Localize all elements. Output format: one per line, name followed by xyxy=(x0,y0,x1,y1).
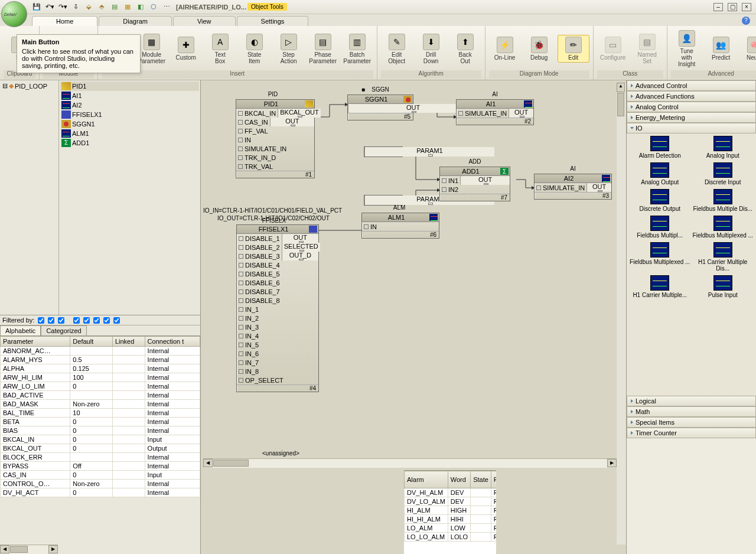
alarm-col[interactable]: Parameter xyxy=(491,471,496,488)
configure-button[interactable]: ▭Configure xyxy=(597,35,629,62)
palette-item[interactable]: H1 Carrier Multiple Dis... xyxy=(692,242,754,272)
tab-home[interactable]: Home xyxy=(32,16,97,26)
save-icon[interactable]: 💾 xyxy=(32,2,41,12)
param-col[interactable]: Linked xyxy=(112,337,145,347)
state-item-button[interactable]: ◐StateItem xyxy=(239,32,271,66)
param-row[interactable]: BETA0Internal xyxy=(1,418,200,426)
alarm-row[interactable]: LO_LO_ALMLOLOPID1/LO_LO_ACT0FalseFalseCR… xyxy=(405,533,497,542)
param-row[interactable]: BIAS0Internal xyxy=(1,426,200,435)
param-row[interactable]: BAL_TIME10Internal xyxy=(1,409,200,418)
palette-category-timer-counter[interactable]: Timer Counter xyxy=(627,428,756,438)
param-col[interactable]: Parameter xyxy=(1,337,70,347)
palette-item[interactable]: Fieldbus Multipl... xyxy=(629,216,691,239)
alarm-row[interactable]: HI_ALMHIGHPID1/HI_ACT95FalseFalseWAR…PID… xyxy=(405,506,497,515)
text-box-button[interactable]: ATextBox xyxy=(204,32,236,66)
param-row[interactable]: BAD_MASKNon-zeroInternal xyxy=(1,400,200,409)
param-col[interactable]: Default xyxy=(70,337,113,347)
scroll-up[interactable]: ▲ xyxy=(617,83,625,92)
filter-check[interactable] xyxy=(103,317,110,324)
minimize-button[interactable]: – xyxy=(713,3,723,11)
param-col[interactable]: Connection t xyxy=(145,337,200,347)
alarm-row[interactable]: LO_ALMLOWPID1/LO_ACT5FalseFalseWAR…PID1/… xyxy=(405,524,497,533)
close-button[interactable]: × xyxy=(742,3,751,11)
palette-category-logical[interactable]: Logical xyxy=(627,396,756,406)
block-add1[interactable]: ADD1Σ IN1 OUT IN2 #7 xyxy=(439,167,510,201)
tree-item-ai1[interactable]: AI1 xyxy=(60,91,199,100)
scroll-left[interactable]: ◀ xyxy=(203,459,213,467)
qat-icon[interactable]: ⬘ xyxy=(97,2,106,12)
palette-category-math[interactable]: Math xyxy=(627,406,756,417)
tree-item-add1[interactable]: ΣADD1 xyxy=(60,138,199,148)
filter-check[interactable] xyxy=(73,317,80,324)
tab-view[interactable]: View xyxy=(173,16,236,26)
help-icon[interactable]: ? xyxy=(742,17,750,25)
named-set-button[interactable]: ▤NamedSet xyxy=(631,32,663,66)
phase-parameter-button[interactable]: ▤PhaseParameter xyxy=(307,32,339,66)
param-row[interactable]: BKCAL_IN0Input xyxy=(1,435,200,444)
block-ai1[interactable]: AI1 SIMULATE_IN OUT #2 xyxy=(456,99,534,125)
palette-item[interactable]: Fieldbus Multiple Dis... xyxy=(692,189,754,212)
param-row[interactable]: ALPHA0.125Internal xyxy=(1,364,200,373)
palette-item[interactable]: Discrete Input xyxy=(692,162,754,185)
qat-icon[interactable]: ⬙ xyxy=(84,2,93,12)
palette-item[interactable]: Fieldbus Multiplexed ... xyxy=(629,242,691,272)
alarm-col[interactable]: Alarm xyxy=(405,471,448,488)
param-row[interactable]: CAS_IN0Input xyxy=(1,471,200,480)
qat-icon[interactable]: ⇩ xyxy=(71,2,80,12)
tune-with-insight-button[interactable]: 👤Tunewith Insight xyxy=(671,29,703,69)
alarm-col[interactable]: Word xyxy=(448,471,470,488)
palette-item[interactable]: Analog Input xyxy=(692,136,754,159)
qat-icon[interactable]: ◧ xyxy=(136,2,145,12)
tab-diagram[interactable]: Diagram xyxy=(99,16,172,26)
tree-root[interactable]: ⊟◆PID_LOOP xyxy=(1,82,57,90)
block-ai2[interactable]: AI2 SIMULATE_IN OUT #3 xyxy=(534,174,612,200)
qat-dropdown[interactable]: ⋯ xyxy=(162,2,171,12)
maximize-button[interactable]: ▢ xyxy=(728,3,737,11)
qat-icon[interactable]: ⬡ xyxy=(149,2,158,12)
param-row[interactable]: BKCAL_OUT0Output xyxy=(1,444,200,453)
back-out-button[interactable]: ⬆BackOut xyxy=(449,32,481,66)
palette-category-energy-metering[interactable]: Energy_Metering xyxy=(627,112,756,123)
palette-item[interactable]: Discrete Output xyxy=(629,189,691,212)
main-button[interactable] xyxy=(1,1,30,30)
palette-item[interactable]: H1 Carrier Multiple... xyxy=(629,275,691,298)
tree-item-ffiselx1[interactable]: FFISELX1 xyxy=(60,110,199,119)
palette-category-special-items[interactable]: Special Items xyxy=(627,417,756,428)
param-row[interactable]: CONTROL_O…Non-zeroInternal xyxy=(1,480,200,488)
tree-item-ai2[interactable]: AI2 xyxy=(60,100,199,110)
batch-parameter-button[interactable]: ▥BatchParameter xyxy=(341,32,373,66)
palette-item[interactable]: Alarm Detection xyxy=(629,136,691,159)
param-row[interactable]: ARW_LO_LIM0Internal xyxy=(1,382,200,391)
filter-check[interactable] xyxy=(58,317,64,324)
step-action-button[interactable]: ▷StepAction xyxy=(273,32,305,66)
alarm-row[interactable]: HI_HI_ALMHIHIPID1/HI_HI_ACT100FalseFalse… xyxy=(405,515,497,524)
param-row[interactable]: BYPASSOffInternal xyxy=(1,462,200,471)
block-ffiselx1[interactable]: FFISELX1 DISABLE_1OUTDISABLE_2SELECTEDDI… xyxy=(236,224,319,392)
palette-item[interactable]: Pulse Input xyxy=(692,275,754,298)
palette-category-advanced-control[interactable]: Advanced Control xyxy=(627,80,756,91)
filter-check[interactable] xyxy=(93,317,100,324)
qat-icon[interactable]: ▤ xyxy=(110,2,119,12)
filter-check[interactable] xyxy=(48,317,54,324)
tree-item-pid1[interactable]: PID1 xyxy=(60,82,199,91)
filter-check[interactable] xyxy=(113,317,120,324)
debug-button[interactable]: 🐞Debug xyxy=(523,35,555,62)
block-sggn1[interactable]: SGGN1 OUT #5 xyxy=(347,94,413,120)
redo-icon[interactable]: ↷▾ xyxy=(58,2,67,12)
neural-button[interactable]: 🧠Neural xyxy=(739,35,756,62)
block-alm1[interactable]: ALM1 IN #6 xyxy=(361,213,439,239)
undo-icon[interactable]: ↶▾ xyxy=(45,2,54,12)
alarm-row[interactable]: DV_LO_ALMDEVPID1/DV_LO_ACT0FalseFalseADV… xyxy=(405,497,497,506)
alarm-col[interactable]: State xyxy=(471,471,491,488)
on-line-button[interactable]: ⚡On-Line xyxy=(489,35,521,62)
param-row[interactable]: ALARM_HYS0.5Internal xyxy=(1,356,200,364)
scroll-right[interactable]: ▶ xyxy=(607,459,617,467)
filter-check[interactable] xyxy=(38,317,44,324)
param-row[interactable]: BAD_ACTIVEInternal xyxy=(1,391,200,400)
palette-category-analog-control[interactable]: Analog Control xyxy=(627,102,756,112)
palette-category-advanced-functions[interactable]: Advanced Functions xyxy=(627,91,756,102)
param-row[interactable]: BLOCK_ERRInternal xyxy=(1,453,200,462)
palette-item[interactable]: Analog Output xyxy=(629,162,691,185)
custom-button[interactable]: ✚Custom xyxy=(170,35,202,62)
param-row[interactable]: ABNORM_AC…Internal xyxy=(1,347,200,356)
